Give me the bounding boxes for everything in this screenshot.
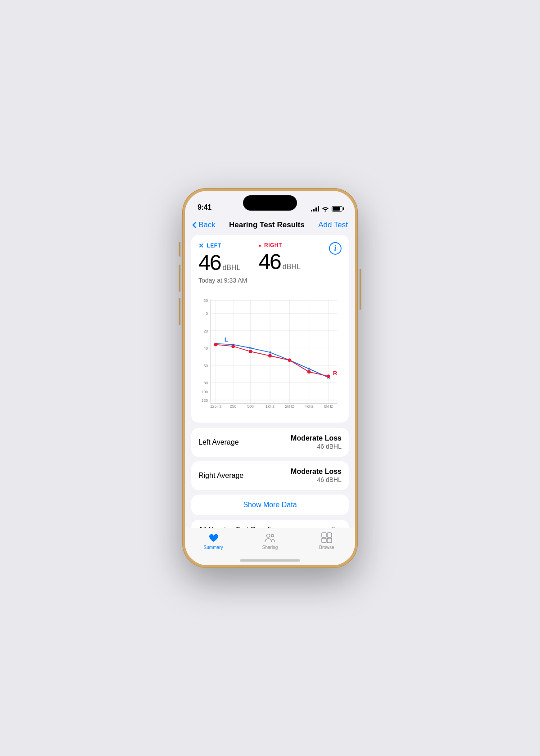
status-time: 9:41 (198, 203, 212, 212)
sharing-tab-label: Sharing (262, 545, 278, 550)
svg-point-40 (214, 343, 218, 346)
right-average-row: Right Average Moderate Loss 46 dBHL (191, 461, 349, 490)
chevron-left-icon (192, 221, 197, 229)
svg-rect-53 (322, 538, 326, 543)
svg-text:500: 500 (247, 404, 254, 409)
svg-point-49 (267, 534, 270, 537)
hearing-values-header: ✕ LEFT 46 dBHL ● RIGHT (198, 242, 342, 275)
power-button[interactable] (360, 269, 361, 310)
left-ear-data: ✕ LEFT 46 dBHL (198, 242, 240, 275)
summary-tab-icon (207, 532, 219, 544)
browse-tab-label: Browse (319, 545, 334, 550)
show-more-button[interactable]: Show More Data (191, 495, 349, 515)
all-results-row[interactable]: All Hearing Test Results 8 (191, 520, 349, 528)
svg-text:120: 120 (202, 398, 208, 403)
left-ear-label: ✕ LEFT (198, 242, 240, 249)
svg-text:250: 250 (230, 404, 237, 409)
battery-icon (332, 206, 342, 212)
browse-tab-icon (321, 532, 333, 544)
svg-text:2kHz: 2kHz (285, 404, 294, 409)
svg-text:4kHz: 4kHz (305, 404, 314, 409)
svg-text:L: L (225, 336, 228, 343)
svg-text:60: 60 (204, 364, 208, 368)
status-icons (311, 206, 342, 212)
left-x-marker: ✕ (198, 242, 204, 249)
show-more-label: Show More Data (243, 501, 297, 508)
content-area: ✕ LEFT 46 dBHL ● RIGHT (185, 235, 355, 528)
svg-text:i: i (334, 244, 337, 252)
svg-point-46 (327, 374, 330, 378)
hearing-data-card: ✕ LEFT 46 dBHL ● RIGHT (191, 235, 349, 423)
page-title: Hearing Test Results (229, 220, 305, 230)
svg-text:R: R (333, 370, 338, 377)
svg-rect-51 (322, 533, 326, 537)
left-average-value: Moderate Loss 46 dBHL (291, 434, 342, 450)
left-average-label: Left Average (198, 438, 239, 446)
right-average-label: Right Average (198, 472, 243, 480)
phone-frame: 9:41 (182, 188, 358, 568)
summary-tab-label: Summary (204, 545, 223, 550)
phone-screen: 9:41 (185, 191, 355, 565)
left-ear-value: 46 dBHL (198, 250, 240, 275)
svg-text:8kHz: 8kHz (324, 404, 333, 409)
svg-point-45 (307, 370, 311, 374)
tab-summary[interactable]: Summary (185, 532, 242, 550)
svg-text:1kHz: 1kHz (266, 404, 274, 409)
sharing-icon (264, 532, 276, 543)
right-ear-data: ● RIGHT 46 dBHL (258, 242, 300, 275)
svg-point-50 (271, 535, 274, 537)
test-timestamp: Today at 9:33 AM (198, 277, 342, 284)
info-icon: i (329, 242, 342, 255)
nav-bar: Back Hearing Test Results Add Test (185, 215, 355, 235)
back-button[interactable]: Back (192, 220, 216, 230)
add-test-button[interactable]: Add Test (318, 220, 348, 230)
svg-text:100: 100 (202, 390, 208, 394)
mute-button[interactable] (179, 242, 180, 256)
left-average-row: Left Average Moderate Loss 46 dBHL (191, 428, 349, 457)
volume-down-button[interactable] (179, 298, 180, 325)
right-ear-value: 46 dBHL (258, 249, 300, 274)
wifi-icon (322, 206, 329, 212)
sharing-tab-icon (264, 532, 276, 544)
heart-icon (207, 532, 219, 544)
svg-text:0: 0 (206, 311, 208, 316)
volume-up-button[interactable] (179, 265, 180, 292)
svg-text:-20: -20 (202, 298, 208, 303)
audiogram-svg: -20 0 20 40 60 80 100 120 125Hz 250 500 … (198, 289, 342, 415)
tab-sharing[interactable]: Sharing (242, 532, 298, 550)
svg-text:40: 40 (204, 346, 208, 351)
right-average-value: Moderate Loss 46 dBHL (291, 468, 342, 484)
audiogram-chart: -20 0 20 40 60 80 100 120 125Hz 250 500 … (198, 289, 342, 415)
svg-text:125Hz: 125Hz (210, 404, 222, 409)
svg-point-42 (249, 350, 252, 353)
status-bar: 9:41 (185, 191, 355, 215)
back-label: Back (198, 220, 216, 230)
right-dot-marker: ● (258, 243, 261, 248)
svg-text:20: 20 (204, 329, 208, 333)
tab-browse[interactable]: Browse (298, 532, 355, 550)
svg-rect-54 (327, 538, 332, 543)
dynamic-island (243, 195, 297, 211)
svg-point-41 (231, 345, 235, 348)
info-button[interactable]: i (329, 242, 342, 256)
signal-icon (311, 206, 319, 212)
home-indicator (240, 559, 300, 562)
svg-rect-52 (327, 533, 332, 537)
right-ear-label: ● RIGHT (258, 242, 300, 248)
svg-point-44 (288, 358, 292, 362)
svg-text:80: 80 (204, 381, 208, 385)
browse-icon (321, 532, 333, 544)
svg-point-43 (268, 354, 272, 358)
